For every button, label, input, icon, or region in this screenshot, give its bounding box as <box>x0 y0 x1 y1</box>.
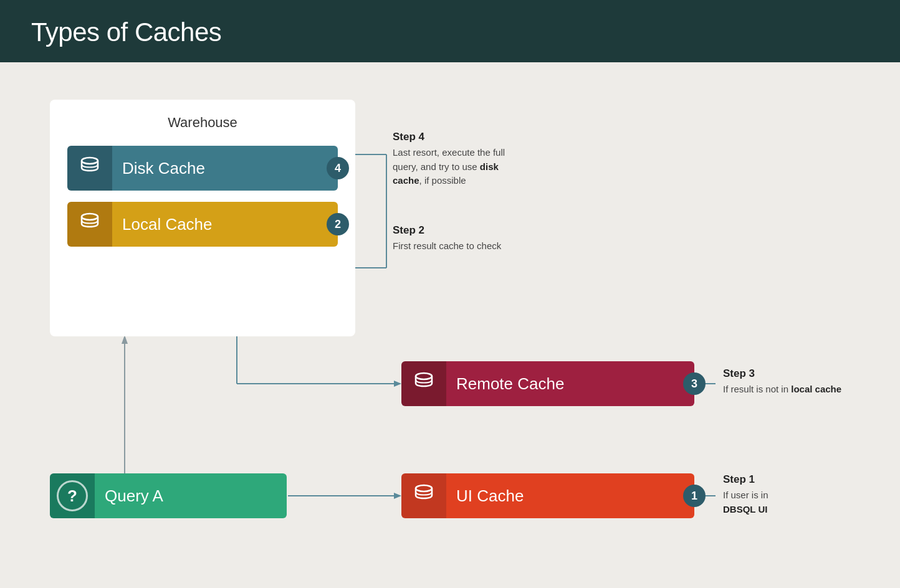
step1-description: Step 1 If user is inDBSQL UI <box>723 473 768 516</box>
remote-cache-item: Remote Cache 3 <box>401 361 694 406</box>
local-cache-icon-box <box>67 202 112 247</box>
step4-description: Step 4 Last resort, execute the full que… <box>393 131 530 188</box>
ui-cache-item: UI Cache 1 <box>401 473 694 518</box>
query-question-icon: ? <box>57 480 88 511</box>
svg-point-12 <box>82 158 98 164</box>
query-icon-box: ? <box>50 473 95 518</box>
page-title: Types of Caches <box>31 17 869 47</box>
ui-cache-badge: 1 <box>683 485 706 507</box>
svg-marker-4 <box>122 335 128 344</box>
warehouse-box: Warehouse Disk Cache 4 <box>50 100 355 336</box>
ui-cache-label: UI Cache <box>456 486 524 506</box>
step2-text: First result cache to check <box>393 239 501 254</box>
ui-cache-icon-box <box>401 473 446 518</box>
header: Types of Caches <box>0 0 900 62</box>
step1-text: If user is inDBSQL UI <box>723 488 768 516</box>
remote-cache-label-box: Remote Cache <box>446 361 694 406</box>
warehouse-label: Warehouse <box>67 115 338 131</box>
remote-cache-db-icon <box>412 371 436 397</box>
step3-title: Step 3 <box>723 368 841 380</box>
disk-cache-label-box: Disk Cache <box>112 146 338 191</box>
svg-point-14 <box>416 373 432 379</box>
remote-cache-badge: 3 <box>683 372 706 395</box>
main-content: Warehouse Disk Cache 4 <box>0 62 900 588</box>
ui-cache-label-box: UI Cache <box>446 473 694 518</box>
svg-point-13 <box>82 214 98 220</box>
step3-description: Step 3 If result is not in local cache <box>723 368 841 397</box>
step2-description: Step 2 First result cache to check <box>393 224 501 254</box>
disk-cache-icon-box <box>67 146 112 191</box>
svg-marker-9 <box>394 381 401 387</box>
query-label-box: Query A <box>95 473 287 518</box>
step1-title: Step 1 <box>723 473 768 486</box>
remote-cache-icon-box <box>401 361 446 406</box>
step4-text: Last resort, execute the full query, and… <box>393 146 530 188</box>
local-cache-label: Local Cache <box>122 215 213 234</box>
ui-cache-db-icon <box>412 483 436 509</box>
local-cache-item: Local Cache 2 <box>67 202 338 247</box>
remote-cache-label: Remote Cache <box>456 374 564 394</box>
step4-title: Step 4 <box>393 131 530 143</box>
disk-cache-badge: 4 <box>327 157 349 179</box>
query-label: Query A <box>105 486 163 506</box>
step3-text: If result is not in local cache <box>723 382 841 397</box>
disk-cache-item: Disk Cache 4 <box>67 146 338 191</box>
disk-cache-db-icon <box>78 155 102 181</box>
svg-marker-6 <box>394 493 401 499</box>
local-cache-db-icon <box>78 211 102 237</box>
step2-title: Step 2 <box>393 224 501 237</box>
disk-cache-label: Disk Cache <box>122 159 205 178</box>
query-item: ? Query A <box>50 473 287 518</box>
svg-point-15 <box>416 485 432 491</box>
local-cache-badge: 2 <box>327 213 349 235</box>
local-cache-label-box: Local Cache <box>112 202 338 247</box>
